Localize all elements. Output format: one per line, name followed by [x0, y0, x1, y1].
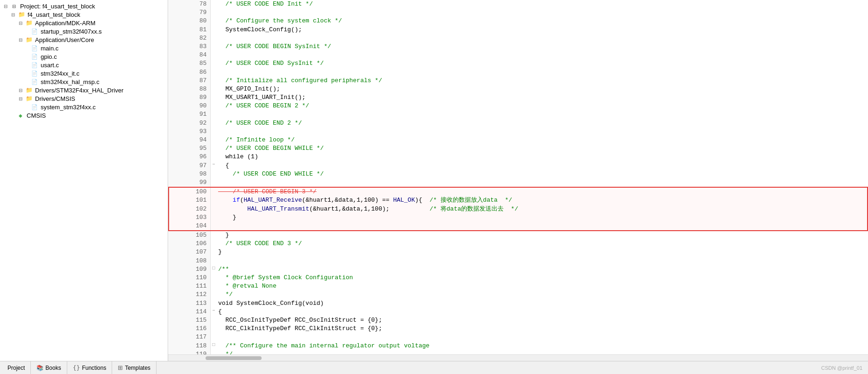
- fold-gutter[interactable]: [211, 26, 216, 34]
- fold-gutter[interactable]: [211, 222, 216, 231]
- code-content[interactable]: [216, 110, 868, 119]
- code-content[interactable]: /* USER CODE BEGIN SysInit */: [216, 42, 868, 51]
- code-content[interactable]: /* USER CODE END Init */: [216, 0, 868, 8]
- code-content[interactable]: [216, 333, 868, 341]
- fold-gutter[interactable]: [211, 240, 216, 248]
- tree-item-app-user-core[interactable]: ⊟📁Application/User/Core: [0, 35, 168, 44]
- fold-gutter[interactable]: [211, 178, 216, 187]
- fold-gutter[interactable]: [211, 8, 216, 17]
- fold-gutter[interactable]: −: [211, 308, 216, 316]
- fold-gutter[interactable]: [211, 316, 216, 325]
- code-content[interactable]: /* USER CODE BEGIN WHILE */: [216, 144, 868, 153]
- code-content[interactable]: }: [216, 248, 868, 256]
- fold-gutter[interactable]: [211, 59, 216, 68]
- fold-gutter[interactable]: [211, 196, 216, 205]
- fold-gutter[interactable]: [211, 17, 216, 25]
- tree-item-cmsis[interactable]: ◆CMSIS: [0, 111, 168, 120]
- code-content[interactable]: }: [216, 213, 868, 222]
- fold-gutter[interactable]: [211, 136, 216, 144]
- fold-gutter[interactable]: [211, 51, 216, 59]
- fold-gutter[interactable]: [211, 0, 216, 8]
- code-scroll[interactable]: 78 /* USER CODE END Init */7980 /* Confi…: [168, 0, 868, 354]
- scrollbar-area[interactable]: [168, 354, 868, 361]
- fold-gutter[interactable]: □: [211, 265, 216, 274]
- code-content[interactable]: /* Initialize all configured peripherals…: [216, 77, 868, 85]
- scrollbar-thumb[interactable]: [206, 356, 262, 360]
- tree-item-gpio-c[interactable]: 📄gpio.c: [0, 52, 168, 61]
- code-content[interactable]: MX_GPIO_Init();: [216, 85, 868, 93]
- code-content[interactable]: /* Configure the system clock */: [216, 17, 868, 25]
- fold-gutter[interactable]: [211, 77, 216, 85]
- fold-gutter[interactable]: [211, 350, 216, 354]
- fold-gutter[interactable]: [211, 299, 216, 308]
- code-content[interactable]: /* USER CODE END 2 */: [216, 119, 868, 127]
- fold-gutter[interactable]: [211, 68, 216, 77]
- code-content[interactable]: [216, 8, 868, 17]
- code-content[interactable]: HAL_UART_Transmit(&huart1,&data,1,100); …: [216, 205, 868, 213]
- fold-gutter[interactable]: −: [211, 162, 216, 170]
- fold-gutter[interactable]: [211, 248, 216, 256]
- code-content[interactable]: {: [216, 162, 868, 170]
- fold-gutter[interactable]: [211, 257, 216, 265]
- code-content[interactable]: [216, 257, 868, 265]
- tab-functions[interactable]: {}Functions: [67, 361, 113, 374]
- fold-gutter[interactable]: [211, 170, 216, 178]
- fold-gutter[interactable]: [211, 93, 216, 102]
- fold-gutter[interactable]: [211, 102, 216, 110]
- tree-item-app-mdk[interactable]: ⊟📁Application/MDK-ARM: [0, 19, 168, 27]
- code-content[interactable]: [216, 127, 868, 136]
- fold-gutter[interactable]: □: [211, 342, 216, 350]
- code-content[interactable]: while (1): [216, 153, 868, 161]
- code-content[interactable]: /* USER CODE END 3 */: [216, 240, 868, 248]
- code-content[interactable]: [216, 178, 868, 187]
- tree-item-drivers-cmsis[interactable]: ⊟📁Drivers/CMSIS: [0, 94, 168, 103]
- fold-gutter[interactable]: [211, 325, 216, 333]
- code-content[interactable]: * @brief System Clock Configuration: [216, 274, 868, 282]
- code-content[interactable]: [216, 222, 868, 231]
- tree-item-project-root[interactable]: ⊟⊟Project: f4_usart_test_block: [0, 2, 168, 10]
- fold-gutter[interactable]: [211, 127, 216, 136]
- fold-gutter[interactable]: [211, 153, 216, 161]
- code-content[interactable]: /* USER CODE END SysInit */: [216, 59, 868, 68]
- tab-books[interactable]: 📚Books: [31, 361, 67, 374]
- code-content[interactable]: */: [216, 290, 868, 299]
- code-content[interactable]: RCC_OscInitTypeDef RCC_OscInitStruct = {…: [216, 316, 868, 325]
- tab-project[interactable]: Project: [0, 361, 31, 374]
- code-content[interactable]: /** Configure the main internal regulato…: [216, 342, 868, 350]
- code-content[interactable]: MX_USART1_UART_Init();: [216, 93, 868, 102]
- tree-item-usart-c[interactable]: 📄usart.c: [0, 61, 168, 69]
- code-content[interactable]: [216, 68, 868, 77]
- fold-gutter[interactable]: [211, 231, 216, 240]
- code-content[interactable]: /**: [216, 265, 868, 274]
- fold-gutter[interactable]: [211, 205, 216, 213]
- code-content[interactable]: /* USER CODE END WHILE */: [216, 170, 868, 178]
- fold-gutter[interactable]: [211, 42, 216, 51]
- code-content[interactable]: void SystemClock_Config(void): [216, 299, 868, 308]
- fold-gutter[interactable]: [211, 274, 216, 282]
- tree-item-startup[interactable]: 📄startup_stm32f407xx.s: [0, 27, 168, 35]
- code-content[interactable]: [216, 51, 868, 59]
- code-content[interactable]: /* USER CODE BEGIN 2 */: [216, 102, 868, 110]
- fold-gutter[interactable]: [211, 333, 216, 341]
- tree-item-main-c[interactable]: 📄main.c: [0, 44, 168, 52]
- code-content[interactable]: SystemClock_Config();: [216, 26, 868, 34]
- code-content[interactable]: */: [216, 350, 868, 354]
- fold-gutter[interactable]: [211, 144, 216, 153]
- fold-gutter[interactable]: [211, 85, 216, 93]
- code-content[interactable]: }: [216, 231, 868, 240]
- fold-gutter[interactable]: [211, 290, 216, 299]
- tree-item-drivers-hal[interactable]: ⊟📁Drivers/STM32F4xx_HAL_Driver: [0, 86, 168, 94]
- fold-gutter[interactable]: [211, 110, 216, 119]
- code-content[interactable]: * @retval None: [216, 282, 868, 290]
- tree-item-system-c[interactable]: 📄system_stm32f4xx.c: [0, 103, 168, 111]
- tree-item-f4-root[interactable]: ⊟📁f4_usart_test_block: [0, 10, 168, 19]
- fold-gutter[interactable]: [211, 34, 216, 42]
- code-content[interactable]: /* Infinite loop */: [216, 136, 868, 144]
- fold-gutter[interactable]: [211, 187, 216, 196]
- code-content[interactable]: {: [216, 308, 868, 316]
- code-content[interactable]: RCC_ClkInitTypeDef RCC_ClkInitStruct = {…: [216, 325, 868, 333]
- tab-templates[interactable]: ⊞Templates: [112, 361, 157, 374]
- tree-item-stm32-hal-msp[interactable]: 📄stm32f4xx_hal_msp.c: [0, 78, 168, 86]
- code-content[interactable]: if(HAL_UART_Receive(&huart1,&data,1,100)…: [216, 196, 868, 205]
- code-content[interactable]: /* USER CODE BEGIN 3 */: [216, 187, 868, 196]
